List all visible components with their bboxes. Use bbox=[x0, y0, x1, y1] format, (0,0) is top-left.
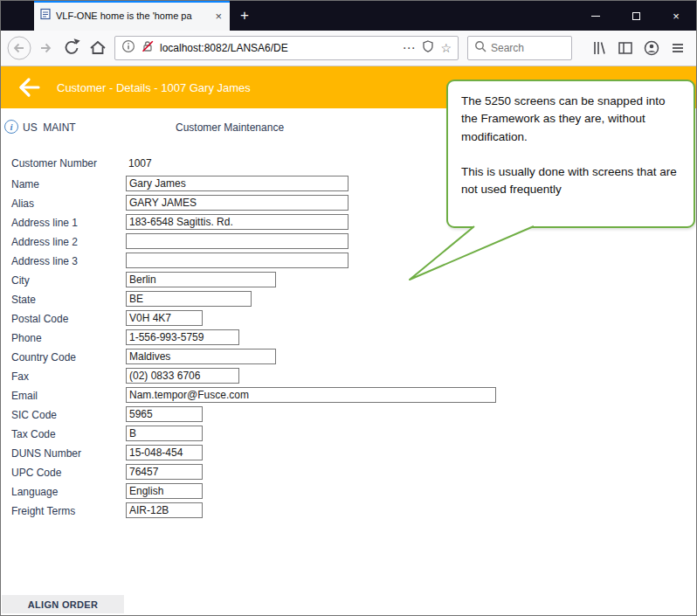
field-label: Email bbox=[11, 390, 38, 402]
field-label: Language bbox=[11, 486, 58, 498]
field-input[interactable] bbox=[126, 253, 348, 268]
field-input[interactable] bbox=[126, 195, 348, 211]
screen-mode-text: US MAINT bbox=[23, 121, 76, 134]
callout-paragraph-1: The 5250 screens can be snapped into the… bbox=[461, 93, 680, 146]
form-field-row: Address line 2 bbox=[1, 233, 696, 253]
home-button[interactable] bbox=[85, 35, 111, 61]
field-input[interactable] bbox=[126, 272, 276, 287]
search-input[interactable] bbox=[491, 42, 561, 54]
field-label: Country Code bbox=[11, 351, 76, 363]
url-text: localhost:8082/LANSA6/DE bbox=[160, 42, 397, 54]
customer-number-value: 1007 bbox=[128, 157, 152, 170]
field-input[interactable] bbox=[126, 310, 203, 326]
form-field-row: Phone bbox=[1, 329, 696, 349]
form-field-row: Language bbox=[1, 483, 696, 502]
align-order-button[interactable]: ALIGN ORDER bbox=[2, 595, 124, 613]
form-field-row: City bbox=[1, 272, 696, 291]
form-field-row: SIC Code bbox=[1, 406, 696, 426]
browser-tab[interactable]: VLF-ONE home is the 'home pa × bbox=[34, 1, 230, 31]
field-input[interactable] bbox=[126, 464, 203, 480]
field-input[interactable] bbox=[126, 368, 239, 384]
field-input[interactable] bbox=[126, 406, 203, 422]
maximize-icon bbox=[632, 12, 640, 20]
home-icon bbox=[85, 35, 111, 61]
field-input[interactable] bbox=[126, 502, 203, 518]
form-field-row: Freight Terms bbox=[1, 502, 696, 522]
toolbar-right-icons bbox=[586, 35, 691, 61]
screen-title: Customer Maintenance bbox=[176, 121, 284, 134]
field-label: Phone bbox=[11, 332, 42, 344]
library-icon bbox=[586, 35, 612, 61]
minimize-button[interactable] bbox=[576, 1, 616, 31]
page-title: Customer - Details - 1007 Gary James bbox=[57, 81, 251, 94]
field-label: City bbox=[11, 274, 30, 287]
field-label: Name bbox=[11, 178, 39, 190]
field-input[interactable] bbox=[126, 445, 203, 460]
form-field-row: Fax bbox=[1, 368, 696, 387]
tab-close-icon[interactable]: × bbox=[213, 10, 224, 23]
field-label: DUNS Number bbox=[11, 447, 81, 460]
bookmark-star-icon[interactable]: ☆ bbox=[440, 41, 452, 55]
back-arrow-icon bbox=[15, 75, 41, 100]
form-field-row: UPC Code bbox=[1, 464, 696, 483]
field-input[interactable] bbox=[126, 214, 348, 230]
tab-favicon-icon bbox=[40, 8, 51, 24]
forward-button[interactable] bbox=[32, 35, 59, 61]
library-button[interactable] bbox=[586, 35, 612, 61]
account-button[interactable] bbox=[638, 35, 665, 61]
field-label: Freight Terms bbox=[11, 505, 75, 517]
customer-number-label: Customer Number bbox=[11, 157, 97, 170]
app-back-button[interactable] bbox=[15, 75, 43, 100]
field-label: Address line 3 bbox=[11, 255, 78, 267]
form-field-row: Tax Code bbox=[1, 426, 696, 445]
back-button[interactable] bbox=[6, 35, 32, 61]
address-bar[interactable]: localhost:8082/LANSA6/DE ⋯ ☆ bbox=[114, 36, 459, 60]
maximize-button[interactable] bbox=[616, 1, 656, 31]
site-info-icon[interactable] bbox=[121, 39, 135, 57]
reload-button[interactable] bbox=[59, 35, 85, 61]
field-input[interactable] bbox=[126, 349, 276, 364]
browser-window: VLF-ONE home is the 'home pa × + × bbox=[0, 0, 697, 616]
search-icon bbox=[474, 40, 487, 56]
field-label: SIC Code bbox=[11, 409, 57, 421]
sidebar-button[interactable] bbox=[612, 35, 638, 61]
callout-bubble: The 5250 screens can be snapped into the… bbox=[446, 80, 695, 228]
navigation-toolbar: localhost:8082/LANSA6/DE ⋯ ☆ bbox=[1, 31, 696, 66]
field-label: Fax bbox=[11, 370, 29, 383]
shield-icon[interactable] bbox=[421, 39, 435, 57]
field-input[interactable] bbox=[126, 329, 239, 345]
field-label: UPC Code bbox=[11, 467, 61, 479]
field-label: Address line 2 bbox=[11, 236, 78, 248]
field-label: Address line 1 bbox=[11, 217, 78, 229]
field-input[interactable] bbox=[126, 176, 348, 191]
profile-icon bbox=[638, 35, 665, 61]
field-label: Postal Code bbox=[11, 313, 68, 325]
menu-button[interactable] bbox=[665, 35, 691, 61]
sidebar-icon bbox=[612, 35, 638, 61]
minimize-icon bbox=[591, 16, 600, 17]
tab-title: VLF-ONE home is the 'home pa bbox=[56, 10, 208, 21]
hamburger-icon bbox=[665, 35, 691, 61]
field-input[interactable] bbox=[126, 291, 252, 307]
new-tab-button[interactable]: + bbox=[230, 1, 259, 31]
title-bar: VLF-ONE home is the 'home pa × + × bbox=[1, 1, 696, 31]
field-input[interactable] bbox=[126, 387, 496, 403]
page-actions-icon[interactable]: ⋯ bbox=[402, 40, 416, 56]
field-input[interactable] bbox=[126, 483, 203, 499]
window-controls: × bbox=[576, 1, 696, 31]
search-bar[interactable] bbox=[467, 36, 572, 60]
field-input[interactable] bbox=[126, 233, 348, 249]
close-button[interactable]: × bbox=[656, 1, 696, 31]
back-arrow-icon bbox=[6, 35, 32, 61]
form-field-row: Postal Code bbox=[1, 310, 696, 329]
forward-arrow-icon bbox=[32, 35, 59, 61]
field-label: Alias bbox=[11, 197, 34, 210]
form-field-row: Country Code bbox=[1, 349, 696, 368]
info-icon[interactable]: i bbox=[4, 120, 18, 134]
reload-icon bbox=[59, 35, 85, 61]
form-field-row: Address line 3 bbox=[1, 253, 696, 272]
insecure-lock-icon[interactable] bbox=[141, 39, 155, 57]
form-field-row: Email bbox=[1, 387, 696, 406]
field-label: State bbox=[11, 294, 36, 306]
field-input[interactable] bbox=[126, 426, 203, 441]
